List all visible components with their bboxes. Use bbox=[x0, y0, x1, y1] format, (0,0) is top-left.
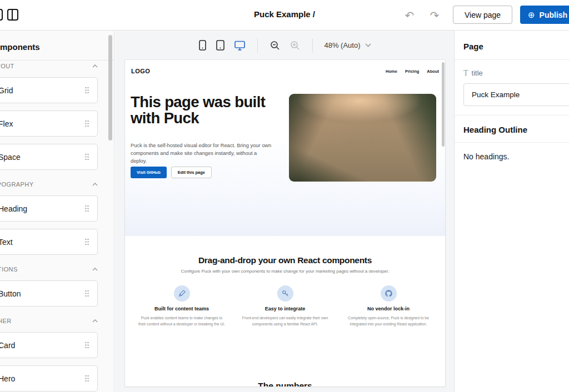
section-header-actions[interactable]: ACTIONS bbox=[0, 266, 98, 273]
section-label: OTHER bbox=[0, 318, 12, 324]
component-item-flex[interactable]: Flex bbox=[0, 110, 98, 137]
view-page-button[interactable]: View page bbox=[453, 6, 512, 24]
component-item-card[interactable]: Card bbox=[0, 332, 98, 358]
viewport-toolbar: 48% (Auto) bbox=[115, 31, 454, 60]
components-panel-scrollbar[interactable] bbox=[108, 35, 112, 140]
component-label: Heading bbox=[0, 204, 27, 213]
preview-features-section[interactable]: Drag-and-drop your own React components … bbox=[125, 255, 445, 327]
divider bbox=[455, 115, 569, 115]
publish-button[interactable]: ⊕ Publish bbox=[520, 6, 569, 24]
preview-hero-image[interactable] bbox=[289, 94, 436, 182]
heading-outline-title: Heading Outline bbox=[463, 125, 569, 134]
viewport-tablet-icon[interactable] bbox=[215, 39, 226, 52]
viewport-phone-icon[interactable] bbox=[198, 39, 207, 52]
chevron-up-icon bbox=[92, 268, 98, 271]
drag-handle-icon[interactable] bbox=[84, 87, 89, 94]
drag-handle-icon[interactable] bbox=[84, 120, 89, 127]
preview-feature-columns: Built for content teams Puck enables con… bbox=[125, 285, 445, 327]
feature-body: Puck enables content teams to make chang… bbox=[138, 315, 226, 327]
drag-handle-icon[interactable] bbox=[84, 238, 89, 245]
puck-editor: Puck Example / ↶ ↷ View page ⊕ Publish C… bbox=[0, 0, 569, 392]
viewport-desktop-icon[interactable] bbox=[233, 39, 246, 52]
preview-logo[interactable]: LOGO bbox=[131, 68, 150, 74]
redo-icon[interactable]: ↷ bbox=[429, 9, 440, 22]
divider bbox=[257, 38, 258, 53]
component-label: Hero bbox=[0, 374, 15, 383]
field-label-text: title bbox=[472, 69, 483, 77]
feature-title: No vendor lock-in bbox=[345, 306, 432, 311]
chevron-up-icon bbox=[92, 183, 98, 186]
preview-visit-github-button[interactable]: Visit GitHub bbox=[131, 167, 167, 178]
preview-feature-content-teams[interactable]: Built for content teams Puck enables con… bbox=[138, 285, 226, 327]
preview-feature-integrate[interactable]: Easy to integrate Front-end developers c… bbox=[241, 285, 329, 327]
divider bbox=[312, 38, 313, 53]
section-label: ACTIONS bbox=[0, 266, 18, 273]
preview-scrollbar[interactable] bbox=[442, 62, 445, 147]
component-item-grid[interactable]: Grid bbox=[0, 77, 98, 103]
section-header-typography[interactable]: TYPOGRAPHY bbox=[0, 181, 98, 188]
title-input[interactable] bbox=[463, 83, 569, 106]
section-label: LAYOUT bbox=[0, 63, 14, 69]
feature-body: Front-end developers can easily integrat… bbox=[241, 315, 329, 327]
globe-icon: ⊕ bbox=[528, 10, 535, 20]
component-label: Flex bbox=[0, 119, 13, 128]
components-panel: Components LAYOUT Grid Flex Space TYPOGR… bbox=[0, 31, 114, 392]
preview-hero-buttons: Visit GitHub Edit this page bbox=[131, 167, 212, 178]
heading-outline-empty: No headings. bbox=[463, 152, 569, 161]
preview-edit-page-button[interactable]: Edit this page bbox=[171, 167, 212, 178]
component-item-heading[interactable]: Heading bbox=[0, 195, 98, 222]
preview-feature-lock-in[interactable]: No vendor lock-in Completely open-source… bbox=[345, 285, 432, 327]
drag-handle-icon[interactable] bbox=[84, 341, 89, 349]
preview-nav-about[interactable]: About bbox=[427, 69, 439, 74]
drag-handle-icon[interactable] bbox=[84, 153, 89, 160]
zoom-level-select[interactable]: 48% (Auto) bbox=[324, 41, 371, 49]
zoom-in-icon[interactable] bbox=[289, 39, 301, 52]
drag-handle-icon[interactable] bbox=[84, 375, 89, 382]
page-preview[interactable]: LOGO Home Pricing About This page was bu… bbox=[125, 60, 445, 386]
drag-handle-icon[interactable] bbox=[84, 205, 89, 212]
preview-site-header: LOGO Home Pricing About bbox=[125, 60, 445, 82]
component-item-hero[interactable]: Hero bbox=[0, 365, 98, 391]
page-panel: Page T title Heading Outline No headings… bbox=[454, 31, 569, 392]
component-item-button[interactable]: Button bbox=[0, 280, 98, 306]
title-field-group: T title bbox=[455, 60, 569, 115]
section-header-other[interactable]: OTHER bbox=[0, 318, 98, 324]
component-item-space[interactable]: Space bbox=[0, 144, 98, 170]
chevron-down-icon bbox=[365, 43, 371, 47]
github-icon bbox=[381, 285, 397, 301]
preview-hero-body[interactable]: Puck is the self-hosted visual editor fo… bbox=[131, 142, 272, 165]
components-panel-title: Components bbox=[0, 42, 98, 52]
title-field-label: T title bbox=[463, 69, 569, 77]
key-icon bbox=[277, 285, 293, 301]
preview-features-subheading[interactable]: Configure Puck with your own components … bbox=[125, 269, 445, 274]
type-icon: T bbox=[463, 69, 468, 77]
divider bbox=[0, 60, 114, 61]
preview-hero-heading[interactable]: This page was built with Puck bbox=[131, 94, 289, 127]
preview-features-heading[interactable]: Drag-and-drop your own React components bbox=[125, 255, 445, 265]
pen-icon bbox=[174, 285, 190, 301]
zoom-out-icon[interactable] bbox=[269, 39, 281, 52]
undo-icon[interactable]: ↶ bbox=[404, 9, 415, 22]
preview-nav: Home Pricing About bbox=[386, 69, 439, 74]
component-item-text[interactable]: Text bbox=[0, 229, 98, 255]
component-label: Text bbox=[0, 238, 13, 247]
feature-body: Completely open-source, Puck is designed… bbox=[345, 315, 432, 327]
page-panel-title: Page bbox=[463, 42, 569, 51]
preview-nav-pricing[interactable]: Pricing bbox=[405, 69, 419, 74]
header-bar: Puck Example / ↶ ↷ View page ⊕ Publish bbox=[0, 0, 569, 31]
section-label: TYPOGRAPHY bbox=[0, 181, 33, 188]
preview-nav-home[interactable]: Home bbox=[386, 69, 397, 74]
preview-numbers-heading[interactable]: The numbers bbox=[125, 381, 445, 386]
component-label: Button bbox=[0, 289, 21, 298]
publish-label: Publish bbox=[540, 11, 568, 19]
divider bbox=[455, 142, 569, 143]
component-label: Grid bbox=[0, 86, 13, 95]
feature-title: Easy to integrate bbox=[241, 306, 329, 311]
component-label: Card bbox=[0, 341, 15, 350]
canvas: 48% (Auto) LOGO Home Pricing About This … bbox=[115, 31, 454, 392]
drag-handle-icon[interactable] bbox=[84, 290, 89, 297]
zoom-level-value: 48% (Auto) bbox=[324, 41, 360, 49]
feature-title: Built for content teams bbox=[138, 306, 226, 311]
chevron-up-icon bbox=[92, 64, 98, 68]
section-header-layout[interactable]: LAYOUT bbox=[0, 63, 98, 69]
